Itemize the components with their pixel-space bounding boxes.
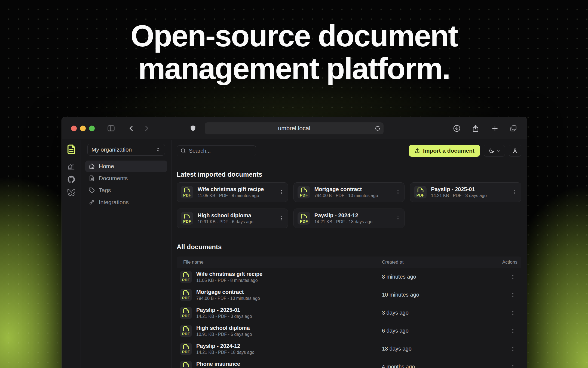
document-meta: 794.00 B - PDF - 10 minutes ago (314, 193, 389, 198)
document-row-text: Payslip - 2025-01 14.21 KB - PDF - 3 day… (196, 307, 252, 319)
search-field (177, 145, 256, 156)
sidebar: My organization HomeDocumentsTagsIntegra… (81, 140, 172, 368)
kebab-menu-icon[interactable] (508, 307, 517, 318)
pdf-file-icon: PDF (298, 186, 310, 198)
pdf-file-icon: PDF (180, 325, 192, 337)
svg-text:PDF: PDF (182, 296, 190, 300)
pdf-file-icon: PDF (180, 343, 192, 355)
kebab-menu-icon[interactable] (508, 343, 517, 354)
theme-toggle-button[interactable] (484, 145, 505, 157)
created-at-value: 3 days ago (380, 310, 502, 316)
table-row[interactable]: PDF High school diploma 10.91 KB - PDF -… (177, 322, 521, 340)
table-row[interactable]: PDF Wife christmas gift recipe 11.05 KB … (177, 268, 521, 286)
table-row[interactable]: PDF Mortgage contract 794.00 B - PDF - 1… (177, 286, 521, 304)
document-meta: 14.21 KB - PDF - 3 days ago (196, 314, 252, 319)
main-topbar: Import a document (177, 145, 521, 157)
pdf-file-icon: PDF (414, 186, 427, 198)
tag-icon (88, 187, 95, 194)
pdf-file-icon: PDF (181, 186, 193, 198)
tab-overview-icon[interactable] (509, 124, 517, 132)
minimize-window-button[interactable] (80, 125, 86, 131)
pdf-file-icon: PDF (180, 307, 192, 319)
url-text: umbrel.local (278, 125, 310, 132)
building-icon[interactable] (67, 162, 75, 170)
share-icon[interactable] (471, 124, 480, 132)
table-row[interactable]: PDF Phone insurance 135.43 KB - PDF - 4 … (177, 358, 521, 368)
document-icon (88, 175, 95, 182)
reload-icon[interactable] (374, 125, 381, 132)
kebab-menu-icon[interactable] (393, 187, 403, 198)
sidebar-item-home[interactable]: Home (85, 161, 167, 172)
kebab-menu-icon[interactable] (510, 187, 519, 198)
document-card-text: Payslip - 2024-12 14.21 KB - PDF - 18 da… (314, 212, 389, 224)
kebab-menu-icon[interactable] (508, 325, 517, 336)
sidebar-item-label: Tags (99, 187, 111, 194)
search-input[interactable] (177, 145, 256, 156)
url-bar[interactable]: umbrel.local (205, 122, 384, 134)
column-header-created-at: Created at (380, 260, 502, 265)
document-name: High school diploma (196, 325, 252, 331)
table-row-file: PDF Mortgage contract 794.00 B - PDF - 1… (177, 289, 380, 301)
table-header: File name Created at Actions (177, 257, 521, 268)
shield-icon[interactable] (189, 125, 197, 132)
column-header-file-name: File name (177, 260, 380, 265)
document-meta: 11.05 KB - PDF - 8 minutes ago (198, 193, 272, 198)
import-document-button[interactable]: Import a document (409, 145, 480, 157)
svg-text:PDF: PDF (183, 219, 191, 223)
github-icon[interactable] (67, 175, 75, 183)
butterfly-icon[interactable] (67, 188, 75, 197)
close-window-button[interactable] (71, 125, 77, 131)
new-tab-plus-icon[interactable] (491, 125, 499, 132)
forward-chevron-icon[interactable] (143, 125, 150, 132)
home-icon (88, 163, 95, 170)
document-row-text: High school diploma 10.91 KB - PDF - 6 d… (196, 325, 252, 337)
pdf-file-icon: PDF (181, 212, 193, 225)
sidebar-item-tags[interactable]: Tags (85, 185, 167, 196)
download-icon[interactable] (453, 124, 461, 132)
organization-select[interactable]: My organization (87, 144, 165, 156)
svg-text:PDF: PDF (182, 350, 190, 354)
table-row[interactable]: PDF Payslip - 2025-01 14.21 KB - PDF - 3… (177, 304, 521, 322)
kebab-menu-icon[interactable] (277, 187, 286, 198)
document-meta: 11.05 KB - PDF - 8 minutes ago (196, 278, 262, 283)
document-card[interactable]: PDF Payslip - 2025-01 14.21 KB - PDF - 3… (410, 182, 521, 202)
document-name: Wife christmas gift recipe (198, 186, 264, 192)
document-meta: 10.91 KB - PDF - 6 days ago (196, 332, 252, 337)
document-card[interactable]: PDF Wife christmas gift recipe 11.05 KB … (177, 182, 288, 202)
sidebar-item-documents[interactable]: Documents (85, 173, 167, 184)
upload-icon (414, 148, 420, 154)
sidebar-panel-icon[interactable] (107, 124, 115, 132)
browser-toolbar: umbrel.local (62, 117, 527, 140)
zoom-window-button[interactable] (89, 125, 95, 131)
moon-icon (489, 148, 495, 154)
rail-links (67, 162, 75, 197)
table-row-file: PDF Payslip - 2024-12 14.21 KB - PDF - 1… (177, 343, 380, 355)
document-row-text: Payslip - 2024-12 14.21 KB - PDF - 18 da… (196, 343, 254, 355)
sidebar-item-integrations[interactable]: Integrations (85, 197, 167, 208)
table-row-file: PDF Wife christmas gift recipe 11.05 KB … (177, 271, 380, 283)
app-rail (62, 140, 81, 368)
document-row-text: Phone insurance 135.43 KB - PDF - 4 mont… (196, 361, 259, 368)
browser-window: umbrel.local (62, 117, 527, 368)
table-body: PDF Wife christmas gift recipe 11.05 KB … (177, 268, 521, 368)
main-panel: Import a document (172, 140, 527, 368)
document-card[interactable]: PDF High school diploma 10.91 KB - PDF -… (177, 209, 288, 228)
back-chevron-icon[interactable] (128, 125, 135, 132)
kebab-menu-icon[interactable] (508, 361, 517, 368)
kebab-menu-icon[interactable] (277, 213, 286, 224)
table-row[interactable]: PDF Payslip - 2024-12 14.21 KB - PDF - 1… (177, 340, 521, 358)
latest-cards-grid: PDF Wife christmas gift recipe 11.05 KB … (177, 182, 521, 228)
document-logo-icon[interactable] (66, 144, 77, 155)
kebab-menu-icon[interactable] (508, 272, 517, 282)
created-at-value: 18 days ago (380, 346, 502, 352)
created-at-value: 4 months ago (380, 364, 502, 368)
account-button[interactable] (509, 145, 521, 157)
chevron-up-down-icon (155, 147, 161, 152)
kebab-menu-icon[interactable] (393, 213, 403, 224)
document-card[interactable]: PDF Mortgage contract 794.00 B - PDF - 1… (293, 182, 405, 202)
kebab-menu-icon[interactable] (508, 289, 517, 300)
document-card[interactable]: PDF Payslip - 2024-12 14.21 KB - PDF - 1… (293, 209, 405, 228)
pdf-file-icon: PDF (298, 212, 310, 225)
document-name: Wife christmas gift recipe (196, 271, 262, 277)
document-meta: 14.21 KB - PDF - 18 days ago (196, 350, 254, 355)
